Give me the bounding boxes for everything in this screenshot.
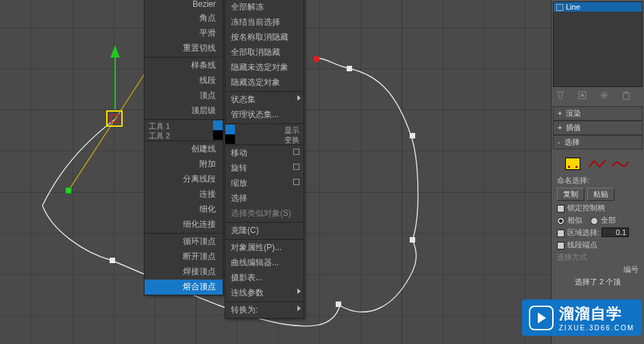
modifier-item-line[interactable]: Line (554, 2, 642, 12)
lock-handles-label: 锁定控制柄 (567, 204, 605, 212)
mi-wire-params[interactable]: 连线参数 (225, 286, 304, 301)
selection-status: 选择了 2 个顶 (557, 277, 639, 287)
mi-bezier[interactable]: Bezier (145, 0, 223, 11)
rollout-selection[interactable]: 选择 (553, 135, 643, 149)
separator (145, 233, 223, 234)
spline-subobj-icon[interactable] (611, 159, 629, 169)
svg-rect-5 (111, 115, 118, 122)
svg-rect-3 (410, 133, 415, 138)
separator (145, 119, 223, 120)
all-radio[interactable] (591, 217, 598, 225)
selection-section: 命名选择: 复制 粘贴 锁定控制柄 相似 全部 区域选择: 0.1 线段端点 选… (554, 152, 641, 292)
mi-refine-connect[interactable]: 细化连接 (145, 217, 223, 232)
mi-object-props[interactable]: 对象属性(P)... (225, 241, 304, 256)
context-menu-left[interactable]: Bezier 角点 Bezier 角点 平滑 重置切线 样条线 线段 顶点✓ 顶… (144, 0, 223, 295)
area-select-value[interactable]: 0.1 (602, 228, 629, 237)
mi-hide-unselected[interactable]: 隐藏未选定对象 (225, 60, 304, 75)
show-end-result-icon[interactable] (578, 90, 587, 101)
named-selections-label: 命名选择: (557, 175, 639, 186)
first-vertex[interactable] (314, 56, 319, 62)
mi-smooth[interactable]: 平滑 (145, 26, 223, 41)
svg-marker-6 (110, 45, 120, 58)
copy-button[interactable]: 复制 (557, 188, 584, 201)
mi-manage-state-sets[interactable]: 管理状态集... (225, 108, 304, 123)
mi-create-line[interactable]: 创建线 (145, 142, 223, 157)
mi-unhide-all[interactable]: 全部取消隐藏 (225, 45, 304, 60)
play-icon (529, 306, 554, 330)
swatch-black[interactable] (225, 134, 235, 144)
make-unique-icon[interactable] (599, 90, 609, 101)
mi-hide-selected[interactable]: 隐藏选定对象 (225, 75, 304, 90)
mi-state-sets[interactable]: 状态集 (225, 93, 304, 108)
paste-button[interactable]: 粘贴 (587, 188, 615, 201)
mi-connect[interactable]: 连接 (145, 187, 223, 202)
area-select-checkbox[interactable] (557, 230, 565, 237)
mi-scale[interactable]: 缩放 (225, 176, 304, 191)
mi-unfreeze-all[interactable]: 全部解冻 (225, 0, 304, 15)
mi-detach-segment[interactable]: 分离线段 (145, 172, 223, 187)
swatch-blue[interactable] (225, 125, 235, 134)
mi-dope-sheet[interactable]: 摄影表... (225, 271, 304, 286)
mi-top-level[interactable]: 顶层级 (145, 103, 223, 119)
mi-corner[interactable]: 角点 (145, 11, 223, 26)
mi-curve-editor[interactable]: 曲线编辑器... (225, 256, 304, 271)
separator (145, 140, 223, 141)
mi-refine[interactable]: 细化 (145, 202, 223, 217)
chevron-right-icon (297, 288, 301, 294)
mi-clone[interactable]: 克隆(C) (225, 223, 304, 238)
swatch-blue[interactable] (213, 121, 223, 130)
command-panel[interactable]: Line 渲染 插值 选择 命名选择: 复制 粘贴 锁定控制柄 相似 全部 区域… (551, 0, 644, 344)
similar-radio[interactable] (557, 217, 565, 225)
separator (145, 57, 223, 58)
tools1-row: 工具 1 (145, 121, 223, 130)
svg-rect-0 (110, 258, 115, 263)
mi-spline[interactable]: 样条线 (145, 58, 223, 73)
mi-select-similar[interactable]: 选择类似对象(S) (225, 206, 304, 221)
mi-segment[interactable]: 线段 (145, 73, 223, 88)
mi-vertex[interactable]: 顶点✓ (145, 88, 223, 103)
chevron-right-icon (297, 306, 301, 311)
mi-fuse-vertex[interactable]: 熔合顶点 (145, 280, 223, 295)
svg-rect-2 (410, 237, 415, 243)
mi-rotate[interactable]: 旋转 (225, 161, 304, 176)
mi-break-vertex[interactable]: 断开顶点 (145, 249, 223, 265)
mi-freeze-sel[interactable]: 冻结当前选择 (225, 15, 304, 30)
rollout-render[interactable]: 渲染 (553, 106, 643, 121)
rollout-interp[interactable]: 插值 (553, 121, 643, 135)
stack-toolbar (553, 90, 643, 101)
context-menu-right[interactable]: 结束隔离 全部解冻 冻结当前选择 按名称取消隐藏 全部取消隐藏 隐藏未选定对象 … (225, 0, 304, 319)
mi-convert-to[interactable]: 转换为: (225, 303, 304, 318)
mi-reset-tangent[interactable]: 重置切线 (145, 41, 223, 56)
svg-rect-8 (581, 94, 584, 97)
transform-row: 变换 (225, 134, 304, 144)
svg-rect-4 (347, 66, 352, 71)
vertex-subobj-icon[interactable] (565, 158, 580, 170)
selected-vertex[interactable] (107, 111, 122, 126)
display-row: 显示 (225, 125, 304, 134)
tools2-row: 工具 2 (145, 130, 223, 140)
svg-rect-1 (336, 302, 341, 307)
lock-handles-checkbox[interactable] (557, 205, 565, 212)
mi-attach[interactable]: 附加 (145, 157, 223, 172)
mi-cycle-vertex[interactable]: 循环顶点 (145, 234, 223, 249)
handle-endpoint[interactable] (66, 188, 71, 193)
segment-end-checkbox[interactable] (557, 242, 565, 249)
mi-weld-vertex[interactable]: 焊接顶点 (145, 265, 223, 280)
mi-move[interactable]: 移动 (225, 146, 304, 161)
pin-stack-icon[interactable] (556, 90, 565, 101)
watermark-logo: 溜溜自学 ZIXUE.3D66.COM (522, 299, 641, 336)
remove-modifier-icon[interactable] (621, 90, 631, 101)
tangent-handle-out[interactable] (69, 119, 115, 191)
chevron-right-icon (297, 95, 301, 101)
mi-select[interactable]: 选择 (225, 191, 304, 206)
swatch-black[interactable] (213, 130, 223, 140)
segment-subobj-icon[interactable] (589, 159, 606, 169)
modifier-stack[interactable]: Line (553, 1, 643, 87)
mi-unhide-by-name[interactable]: 按名称取消隐藏 (225, 30, 304, 45)
